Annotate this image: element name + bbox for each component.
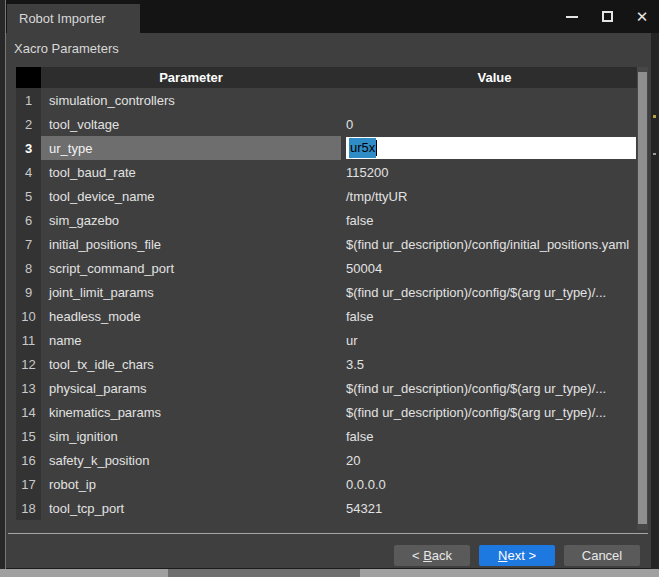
- parameter-cell[interactable]: tool_voltage: [41, 112, 341, 136]
- parameter-cell[interactable]: ur_type: [41, 136, 341, 160]
- table-row[interactable]: 8script_command_port50004: [16, 256, 648, 280]
- parameter-cell[interactable]: sim_gazebo: [41, 208, 341, 232]
- background-speck: [653, 153, 656, 155]
- value-cell[interactable]: 54321: [341, 496, 636, 520]
- parameter-cell[interactable]: script_command_port: [41, 256, 341, 280]
- value-cell[interactable]: 115200: [341, 160, 636, 184]
- table-row[interactable]: 9joint_limit_params$(find ur_description…: [16, 280, 648, 304]
- value-cell[interactable]: 3.5: [341, 352, 636, 376]
- table-row[interactable]: 7initial_positions_file$(find ur_descrip…: [16, 232, 648, 256]
- row-number-cell[interactable]: 11: [16, 328, 41, 352]
- parameter-cell[interactable]: kinematics_params: [41, 400, 341, 424]
- table-row[interactable]: 13physical_params$(find ur_description)/…: [16, 376, 648, 400]
- row-number-cell[interactable]: 17: [16, 472, 41, 496]
- value-cell[interactable]: ur5x: [341, 136, 636, 160]
- window-controls: ✕: [564, 0, 650, 33]
- window-left-frame: [0, 0, 6, 569]
- value-cell[interactable]: [341, 88, 636, 112]
- vertical-scrollbar[interactable]: [637, 67, 648, 530]
- table-row[interactable]: 4tool_baud_rate115200: [16, 160, 648, 184]
- button-row-separator: [8, 533, 648, 534]
- parameter-cell[interactable]: robot_ip: [41, 472, 341, 496]
- row-number-cell[interactable]: 4: [16, 160, 41, 184]
- row-number-cell[interactable]: 18: [16, 496, 41, 520]
- parameter-cell[interactable]: sim_ignition: [41, 424, 341, 448]
- parameter-cell[interactable]: simulation_controllers: [41, 88, 341, 112]
- row-number-cell[interactable]: 2: [16, 112, 41, 136]
- parameter-cell[interactable]: initial_positions_file: [41, 232, 341, 256]
- table-row[interactable]: 17robot_ip0.0.0.0: [16, 472, 648, 496]
- table-row[interactable]: 1simulation_controllers: [16, 88, 648, 112]
- value-cell[interactable]: false: [341, 304, 636, 328]
- table-header-row: Parameter Value: [16, 67, 648, 88]
- dialog-buttons: < Back Next > Cancel: [394, 545, 640, 566]
- row-number-cell[interactable]: 13: [16, 376, 41, 400]
- value-cell[interactable]: $(find ur_description)/config/$(arg ur_t…: [341, 400, 636, 424]
- value-cell[interactable]: 0: [341, 112, 636, 136]
- row-number-cell[interactable]: 10: [16, 304, 41, 328]
- value-cell[interactable]: 20: [341, 448, 636, 472]
- maximize-button[interactable]: [599, 9, 615, 25]
- close-button[interactable]: ✕: [634, 9, 650, 25]
- parameter-cell[interactable]: tool_baud_rate: [41, 160, 341, 184]
- parameter-cell[interactable]: physical_params: [41, 376, 341, 400]
- parameter-cell[interactable]: headless_mode: [41, 304, 341, 328]
- value-cell[interactable]: false: [341, 424, 636, 448]
- table-row[interactable]: 18tool_tcp_port54321: [16, 496, 648, 520]
- minimize-button[interactable]: [564, 9, 580, 25]
- table-row[interactable]: 16safety_k_position20: [16, 448, 648, 472]
- column-header-value[interactable]: Value: [341, 67, 648, 88]
- table-rows: 1simulation_controllers2tool_voltage03ur…: [16, 88, 648, 520]
- row-number-cell[interactable]: 12: [16, 352, 41, 376]
- row-number-cell[interactable]: 8: [16, 256, 41, 280]
- value-cell[interactable]: 0.0.0.0: [341, 472, 636, 496]
- row-number-cell[interactable]: 1: [16, 88, 41, 112]
- row-number-cell[interactable]: 14: [16, 400, 41, 424]
- table-row[interactable]: 14kinematics_params$(find ur_description…: [16, 400, 648, 424]
- xacro-parameters-table: Parameter Value 1simulation_controllers2…: [16, 67, 648, 530]
- screen: Robot Importer ✕ Xacro Parameters Parame…: [0, 0, 659, 577]
- value-cell[interactable]: $(find ur_description)/config/$(arg ur_t…: [341, 376, 636, 400]
- value-cell[interactable]: false: [341, 208, 636, 232]
- row-number-cell[interactable]: 9: [16, 280, 41, 304]
- text-caret: [376, 140, 377, 156]
- table-row[interactable]: 5tool_device_name/tmp/ttyUR: [16, 184, 648, 208]
- background-window-right-strip: [651, 33, 659, 569]
- table-row[interactable]: 12tool_tx_idle_chars3.5: [16, 352, 648, 376]
- scrollbar-thumb[interactable]: [638, 72, 647, 524]
- row-number-cell[interactable]: 16: [16, 448, 41, 472]
- row-number-cell[interactable]: 3: [16, 136, 41, 160]
- parameter-cell[interactable]: name: [41, 328, 341, 352]
- background-speck: [653, 115, 656, 118]
- value-edit-input[interactable]: ur5x: [346, 137, 636, 159]
- row-number-cell[interactable]: 7: [16, 232, 41, 256]
- background-bottom-segment: [168, 569, 360, 577]
- selected-text: ur5x: [349, 138, 376, 158]
- back-button[interactable]: < Back: [394, 545, 470, 566]
- table-row[interactable]: 2tool_voltage0: [16, 112, 648, 136]
- value-cell[interactable]: 50004: [341, 256, 636, 280]
- table-row[interactable]: 10headless_modefalse: [16, 304, 648, 328]
- value-cell[interactable]: $(find ur_description)/config/initial_po…: [341, 232, 636, 256]
- parameter-cell[interactable]: safety_k_position: [41, 448, 341, 472]
- value-cell[interactable]: /tmp/ttyUR: [341, 184, 636, 208]
- next-button[interactable]: Next >: [479, 545, 555, 566]
- value-cell[interactable]: $(find ur_description)/config/$(arg ur_t…: [341, 280, 636, 304]
- row-number-cell[interactable]: 6: [16, 208, 41, 232]
- parameter-cell[interactable]: tool_device_name: [41, 184, 341, 208]
- maximize-icon: [602, 11, 613, 22]
- parameter-cell[interactable]: joint_limit_params: [41, 280, 341, 304]
- parameter-cell[interactable]: tool_tcp_port: [41, 496, 341, 520]
- cancel-button[interactable]: Cancel: [564, 545, 640, 566]
- table-row[interactable]: 3ur_typeur5x: [16, 136, 648, 160]
- table-row[interactable]: 11nameur: [16, 328, 648, 352]
- parameter-cell[interactable]: tool_tx_idle_chars: [41, 352, 341, 376]
- table-row[interactable]: 6sim_gazebofalse: [16, 208, 648, 232]
- value-cell[interactable]: ur: [341, 328, 636, 352]
- row-number-cell[interactable]: 15: [16, 424, 41, 448]
- row-number-cell[interactable]: 5: [16, 184, 41, 208]
- titlebar[interactable]: Robot Importer ✕: [0, 0, 659, 33]
- column-header-parameter[interactable]: Parameter: [41, 67, 341, 88]
- table-corner-cell: [16, 67, 41, 88]
- table-row[interactable]: 15sim_ignitionfalse: [16, 424, 648, 448]
